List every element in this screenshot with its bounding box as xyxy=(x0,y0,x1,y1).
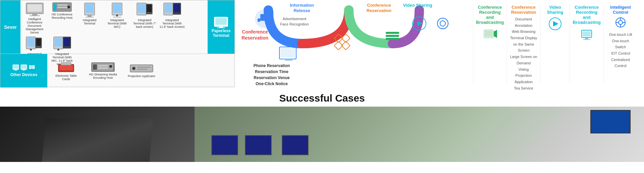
case-images-row xyxy=(0,107,644,162)
svg-text:Face Recognition: Face Recognition xyxy=(280,22,309,26)
svg-point-89 xyxy=(437,18,448,29)
svg-rect-85 xyxy=(386,35,399,37)
svg-rect-106 xyxy=(583,31,591,37)
svg-rect-86 xyxy=(386,38,399,40)
video-sharing-icon xyxy=(543,17,567,32)
device-item: Projection Applicator xyxy=(126,63,157,78)
svg-rect-71 xyxy=(258,18,260,22)
device-item: Integrated Terminal (With MIC) xyxy=(104,2,130,29)
svg-text:Reservation Venue: Reservation Venue xyxy=(254,75,290,80)
svg-rect-57 xyxy=(98,65,108,66)
svg-rect-79 xyxy=(334,41,342,50)
paperless-label: Paperless Terminal xyxy=(209,28,233,38)
device-item: Integrated Terminal (With 11.6" back scr… xyxy=(159,2,185,29)
conf-recording-broadcasting-title: Conference Recording and Broadcasting xyxy=(573,5,601,25)
svg-text:Reservation: Reservation xyxy=(367,8,391,13)
video-sharing-title: Video Sharing xyxy=(543,5,567,15)
conf-recording-broadcasting-col: Conference Recording and Broadcasting xyxy=(570,3,603,84)
other-devices-items: Electronic Table Cards HD Streaming Med xyxy=(47,54,234,88)
right-info-panel: Conference Recording and Broadcasting Co… xyxy=(466,0,644,87)
svg-rect-29 xyxy=(36,39,41,46)
video-sharing-col: Video Sharing xyxy=(540,3,570,84)
conf-reservation2-title: Conference Reservation xyxy=(509,5,538,15)
svg-rect-44 xyxy=(21,65,26,69)
svg-rect-65 xyxy=(137,69,147,70)
device-item: Integrated Terminal (With 7" back screen… xyxy=(131,2,158,29)
device-name: Projection Applicator xyxy=(128,74,155,78)
svg-marker-102 xyxy=(494,30,497,38)
device-name: Integrated Terminal (With MIC) xyxy=(104,18,130,28)
svg-text:One-Click Notice: One-Click Notice xyxy=(256,81,288,86)
svg-marker-104 xyxy=(553,21,558,26)
svg-rect-7 xyxy=(57,7,67,8)
svg-rect-18 xyxy=(138,4,145,13)
device-item: Electronic Table Cards xyxy=(53,60,79,81)
svg-rect-56 xyxy=(93,64,97,70)
svg-rect-107 xyxy=(585,38,588,39)
device-name: Integrated Terminal xyxy=(77,18,102,25)
svg-rect-5 xyxy=(54,4,56,10)
other-devices-label-text: Other Devices xyxy=(10,72,38,77)
conf-recording-icon xyxy=(476,27,504,42)
svg-point-15 xyxy=(116,14,118,16)
svg-point-27 xyxy=(30,49,32,51)
svg-rect-69 xyxy=(260,14,268,21)
server-label: Sever xyxy=(0,0,20,54)
intelligent-control-title: Intelligent Control xyxy=(606,5,635,15)
conf-reservation2-items: Document Annotation Web Browsing Termina… xyxy=(509,16,538,91)
svg-rect-40 xyxy=(13,65,18,69)
intelligent-control-icon xyxy=(606,16,635,30)
page-wrapper: Sever Intelligent Conference Document Ma… xyxy=(0,0,644,162)
product-grid: Sever Intelligent Conference Document Ma… xyxy=(0,0,235,87)
svg-rect-3 xyxy=(30,15,40,16)
svg-rect-16 xyxy=(113,17,121,17)
svg-rect-46 xyxy=(22,70,26,70)
other-devices-row: Other Devices Electronic Table Cards xyxy=(0,54,234,88)
svg-rect-41 xyxy=(15,69,17,70)
case-image-1 xyxy=(0,107,195,162)
intelligent-control-col: Intelligent Control One-touch Lift xyxy=(603,3,637,84)
successful-cases-title: Successful Cases xyxy=(0,93,644,104)
conf-recording-title: Conference Recording and Broadcasting xyxy=(476,5,504,25)
svg-rect-20 xyxy=(147,5,152,12)
svg-rect-36 xyxy=(215,18,227,25)
svg-rect-58 xyxy=(98,67,108,69)
svg-rect-84 xyxy=(386,32,399,34)
paperless-terminal: Paperless Terminal xyxy=(208,0,234,54)
conf-recording-broadcasting-icon xyxy=(573,27,601,42)
svg-rect-38 xyxy=(217,27,225,28)
svg-text:Reservation Time: Reservation Time xyxy=(255,69,288,74)
svg-rect-52 xyxy=(59,65,73,70)
svg-rect-22 xyxy=(165,4,172,13)
svg-rect-64 xyxy=(137,67,151,68)
other-devices-label: Other Devices xyxy=(0,54,47,88)
device-name: Integrated Terminal (With 7" back screen… xyxy=(132,18,157,28)
intelligent-control-items: One-touch Lift One-touch Switch IOT Cont… xyxy=(606,32,635,69)
svg-rect-37 xyxy=(219,26,223,27)
svg-rect-11 xyxy=(88,15,92,17)
device-name: Intelligent Conference Document Manageme… xyxy=(22,17,47,34)
svg-rect-80 xyxy=(341,41,350,50)
successful-cases-section: Successful Cases xyxy=(0,87,644,107)
svg-rect-50 xyxy=(33,66,34,68)
device-item: Integrated Terminal xyxy=(76,2,103,26)
device-name: Electronic Table Cards xyxy=(53,74,79,81)
case-image-2 xyxy=(195,107,644,162)
device-item: HD Streaming Media Encoding Host xyxy=(86,62,120,80)
svg-text:Reservation: Reservation xyxy=(241,35,268,41)
svg-rect-6 xyxy=(57,4,67,6)
device-name: HD Streaming Media Encoding Host xyxy=(87,73,119,79)
device-item: Intelligent Conference Document Manageme… xyxy=(21,2,48,35)
svg-point-110 xyxy=(619,20,623,24)
svg-text:Conference: Conference xyxy=(367,3,391,8)
conf-recording-col: Conference Recording and Broadcasting xyxy=(473,3,506,84)
svg-rect-93 xyxy=(285,59,292,61)
case-image-1-shape xyxy=(41,118,153,162)
svg-rect-14 xyxy=(113,4,121,13)
svg-text:Conference: Conference xyxy=(242,29,268,35)
svg-rect-12 xyxy=(86,17,94,17)
svg-rect-45 xyxy=(23,69,25,70)
svg-point-59 xyxy=(109,65,112,68)
svg-rect-53 xyxy=(61,62,71,65)
svg-text:Video Sharing: Video Sharing xyxy=(403,3,432,8)
